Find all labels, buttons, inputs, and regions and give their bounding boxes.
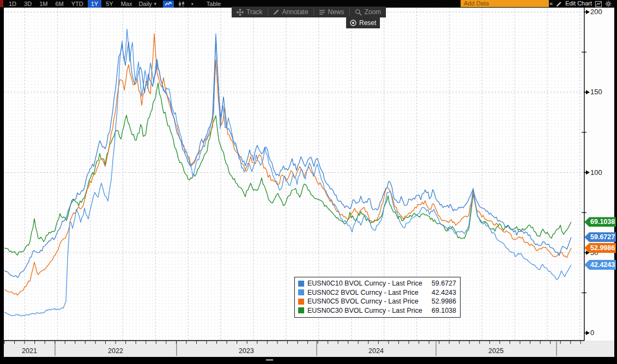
x-axis-year-label: 2021 — [22, 347, 37, 355]
chart-overlay-toolbar: Track Annotate News Zoom — [232, 7, 386, 17]
add-data-field[interactable]: Add Data — [461, 0, 549, 7]
toolbar-right-icons: « Edit Chart — [549, 0, 612, 7]
reset-button[interactable]: Reset — [346, 17, 380, 28]
pencil-icon[interactable] — [556, 1, 562, 7]
legend-row[interactable]: EUSN0C5 BVOL Curncy - Last Price 52.9986 — [298, 297, 456, 306]
legend-row[interactable]: EUSN0C30 BVOL Curncy - Last Price 69.103… — [298, 306, 456, 316]
footer-dash — [266, 359, 273, 361]
y-axis-tick-label: 150 — [590, 88, 613, 96]
range-selector: 1D 3D 1M 6M YTD 1Y 5Y Max — [5, 0, 135, 8]
legend-label: EUSN0C30 BVOL Curncy - Last Price — [307, 307, 422, 314]
series-swatch — [298, 289, 304, 295]
range-3d[interactable]: 3D — [21, 0, 35, 8]
news-button[interactable]: News — [314, 7, 349, 17]
zoom-button[interactable]: Zoom — [350, 7, 386, 17]
last-price-badge[interactable]: 42.4243 — [584, 260, 616, 270]
legend-value: 59.6727 — [432, 280, 456, 287]
legend-row[interactable]: EUSN0C10 BVOL Curncy - Last Price 59.672… — [298, 279, 456, 288]
last-price-badge[interactable]: 52.9986 — [584, 243, 616, 253]
panel-indicator — [0, 0, 3, 7]
range-1y[interactable]: 1Y — [88, 0, 101, 8]
last-price-badge[interactable]: 69.1038 — [584, 217, 616, 227]
range-6m[interactable]: 6M — [52, 0, 66, 8]
range-1d[interactable]: 1D — [5, 0, 20, 8]
reset-icon — [350, 20, 356, 26]
last-price-badge[interactable]: 59.6727 — [584, 232, 616, 242]
x-axis-year-label: 2023 — [239, 347, 254, 355]
line-chart-type-button[interactable] — [163, 1, 174, 8]
track-crosshair-icon — [237, 9, 244, 16]
series-swatch — [298, 299, 304, 305]
right-frame — [614, 8, 617, 357]
table-button[interactable]: Table — [203, 0, 224, 8]
x-axis-year-label: 2025 — [488, 347, 504, 355]
range-max[interactable]: Max — [118, 0, 136, 8]
chart-type-dropdown[interactable]: ▾ — [187, 0, 197, 8]
range-ytd[interactable]: YTD — [68, 0, 87, 8]
annotate-pencil-icon — [273, 9, 280, 15]
range-5y[interactable]: 5Y — [102, 0, 116, 8]
y-axis-tick-label: 0 — [590, 329, 613, 337]
edit-chart-button[interactable]: Edit Chart — [565, 0, 592, 7]
legend-label: EUSN0C5 BVOL Curncy - Last Price — [307, 298, 419, 305]
x-axis-year-label: 2022 — [108, 347, 123, 355]
chart-legend[interactable]: EUSN0C10 BVOL Curncy - Last Price 59.672… — [294, 277, 461, 318]
chart-edit-icon[interactable] — [595, 1, 602, 7]
legend-value: 42.4243 — [432, 289, 456, 296]
x-axis-strip — [4, 341, 614, 357]
range-1m[interactable]: 1M — [36, 0, 51, 8]
y-axis-tick-label: 200 — [590, 8, 613, 16]
left-frame — [0, 8, 4, 357]
legend-value: 52.9986 — [432, 298, 456, 305]
line-chart-icon — [165, 2, 172, 7]
magnifier-icon — [355, 9, 362, 16]
chart-window: 1D 3D 1M 6M YTD 1Y 5Y Max Daily▼ ▾ T — [0, 0, 617, 364]
y-axis-tick-label: 100 — [590, 168, 613, 177]
footer-bar — [0, 357, 617, 364]
period-dropdown[interactable]: Daily▼ — [135, 0, 160, 8]
series-swatch — [298, 307, 304, 313]
legend-label: EUSN0C10 BVOL Curncy - Last Price — [307, 280, 422, 287]
legend-value: 69.1038 — [432, 307, 456, 314]
chevron-down-icon: ▼ — [153, 1, 158, 8]
series-swatch — [298, 281, 304, 287]
news-lines-icon — [319, 9, 325, 15]
candlestick-icon — [178, 1, 185, 7]
collapse-chevrons-button[interactable]: « — [549, 0, 553, 7]
chevron-down-icon: ▾ — [191, 1, 193, 8]
legend-row[interactable]: EUSN0C2 BVOL Curncy - Last Price 42.4243 — [298, 288, 456, 298]
gear-icon[interactable] — [605, 1, 612, 7]
annotate-button[interactable]: Annotate — [268, 7, 313, 17]
x-axis-year-label: 2024 — [368, 347, 384, 355]
track-button[interactable]: Track — [232, 7, 268, 17]
candle-chart-type-button[interactable] — [176, 1, 187, 8]
legend-label: EUSN0C2 BVOL Curncy - Last Price — [307, 289, 419, 296]
